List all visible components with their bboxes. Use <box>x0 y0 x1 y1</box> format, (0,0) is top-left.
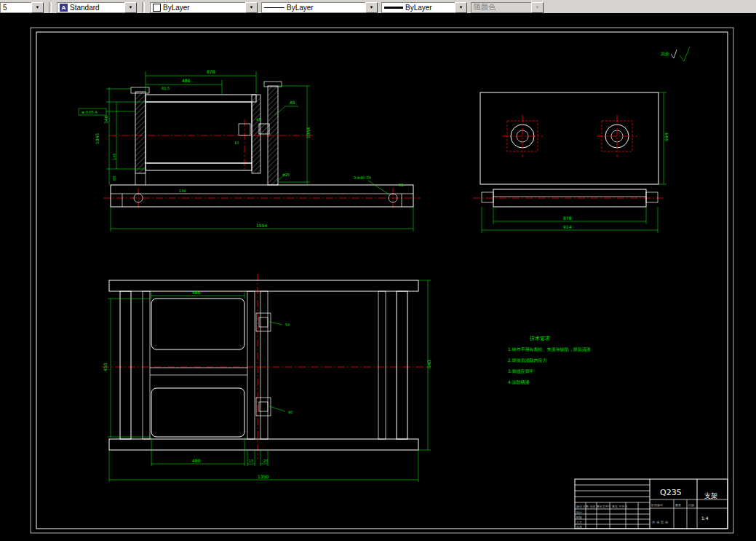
drawing-svg: 技术要求1.铸件不得有裂纹、夹渣等缺陷，焊后清渣2.焊接后消除内应力3.焊缝应焊… <box>0 13 756 541</box>
technical-notes: 技术要求1.铸件不得有裂纹、夹渣等缺陷，焊后清渣2.焊接后消除内应力3.焊缝应焊… <box>508 336 591 385</box>
dim-label: Φ25 <box>282 173 290 177</box>
color-value: ByLayer <box>163 4 190 12</box>
linetype-combo[interactable]: ByLayer ▼ <box>261 2 378 13</box>
dim-label: 1045 <box>95 133 100 144</box>
color-dropdown-icon[interactable]: ▼ <box>245 2 258 13</box>
dim-label: 486 <box>192 290 201 295</box>
dim-label: ⊕ 0.05 A <box>81 110 98 114</box>
dim-label: 共 张 第 张 <box>652 521 669 524</box>
color-field[interactable]: ByLayer <box>150 2 245 13</box>
text-style-field[interactable]: A Standard <box>57 2 124 13</box>
linetype-field[interactable]: ByLayer <box>261 2 365 13</box>
color-combo[interactable]: ByLayer ▼ <box>150 2 258 13</box>
plot-style-combo: 随颜色 ▼ <box>471 2 544 13</box>
dim-label: 640 <box>426 360 431 368</box>
object-properties-toolbar: 5 ▼ A Standard ▼ ByLayer ▼ ByLayer ▼ <box>0 0 756 15</box>
dim-label: 1350 <box>258 474 268 479</box>
dim-label: 878 <box>207 69 215 74</box>
dim-label: A5 <box>290 100 295 105</box>
dim-label: 85 <box>112 176 116 181</box>
dim-label: 90 <box>288 410 293 414</box>
notes-title: 技术要求 <box>529 336 550 341</box>
dim-label: 486 <box>182 78 191 83</box>
dim-label: 支架 <box>704 492 717 499</box>
dim-label: 1:4 <box>701 516 709 521</box>
plan-view <box>102 274 431 482</box>
dim-label: 阶段标记 <box>651 503 663 508</box>
dim-label: 664 <box>664 133 669 141</box>
notes-item: 2.焊接后消除内应力 <box>508 358 547 363</box>
dim-label: 340 <box>103 115 108 124</box>
dim-label: 490 <box>192 458 201 463</box>
toolbar-separator <box>142 2 145 12</box>
dim-label: 1064 <box>306 127 311 138</box>
text-style-combo[interactable]: A Standard ▼ <box>57 2 137 13</box>
text-style-icon: A <box>60 4 68 12</box>
dim-label: 标记 处数 分区 更改文件号 签名 年月日 <box>576 505 627 509</box>
dim-label: 10 <box>234 141 239 145</box>
color-swatch-icon <box>153 4 161 12</box>
dim-label: 工艺 <box>576 521 582 524</box>
notes-item: 3.焊缝应焊牢 <box>508 368 534 374</box>
dim-label: 45 <box>256 117 260 122</box>
drawing-canvas[interactable]: 技术要求1.铸件不得有裂纹、夹渣等缺陷，焊后清渣2.焊接后消除内应力3.焊缝应焊… <box>0 13 756 541</box>
linetype-icon <box>264 7 285 8</box>
dim-label: 50 <box>285 323 290 327</box>
lineweight-dropdown-icon[interactable]: ▼ <box>455 2 467 13</box>
dim-label: 重量 <box>675 503 681 507</box>
dim-label: 批准 <box>576 525 582 529</box>
dim-label: 校核 <box>576 516 582 519</box>
dim-label: 25 <box>263 459 268 463</box>
plot-style-value: 随颜色 <box>471 2 531 13</box>
lineweight-field[interactable]: ByLayer <box>381 2 455 13</box>
notes-item: 1.铸件不得有裂纹、夹渣等缺陷，焊后清渣 <box>508 347 591 352</box>
lineweight-combo[interactable]: ByLayer ▼ <box>381 2 467 13</box>
cad-application-window: 5 ▼ A Standard ▼ ByLayer ▼ ByLayer ▼ <box>0 0 756 541</box>
plot-style-dropdown-icon: ▼ <box>531 2 544 13</box>
dim-style-dropdown-icon[interactable]: ▼ <box>31 2 44 13</box>
side-view <box>473 92 667 233</box>
dim-label: 其余 <box>661 51 669 57</box>
dim-style-value[interactable]: 5 <box>0 2 31 13</box>
toolbar-separator <box>49 2 52 12</box>
dim-label: 设计 <box>576 510 582 514</box>
text-style-dropdown-icon[interactable]: ▼ <box>124 2 137 13</box>
text-style-value: Standard <box>70 4 100 12</box>
dim-label: 134 <box>179 189 186 193</box>
dimension-labels-layer: 87848681.5⊕ 0.05 AA54510134Φ253-Φ40-7H52… <box>81 51 717 529</box>
front-view <box>79 71 421 232</box>
dim-style-combo[interactable]: 5 ▼ <box>0 2 44 13</box>
dim-label: 878 <box>563 216 572 221</box>
dim-label: 3-Φ40-7H <box>354 175 371 180</box>
notes-item: 4.涂防锈漆 <box>508 379 530 385</box>
dim-label: 1554 <box>256 223 267 228</box>
dim-label: 52 <box>399 183 403 187</box>
lineweight-icon <box>384 7 403 9</box>
dim-label: 145 <box>112 153 116 160</box>
lineweight-value: ByLayer <box>405 4 432 12</box>
dim-label: 81.5 <box>162 86 170 90</box>
surface-finish-symbol <box>671 47 690 61</box>
dim-label: Q235 <box>660 488 682 497</box>
dim-label: 450 <box>103 363 108 371</box>
dim-label: 914 <box>563 224 572 229</box>
dim-label: 15 <box>249 459 253 463</box>
linetype-dropdown-icon[interactable]: ▼ <box>365 2 378 13</box>
dim-label: 比例 <box>688 503 694 508</box>
linetype-value: ByLayer <box>287 4 314 12</box>
